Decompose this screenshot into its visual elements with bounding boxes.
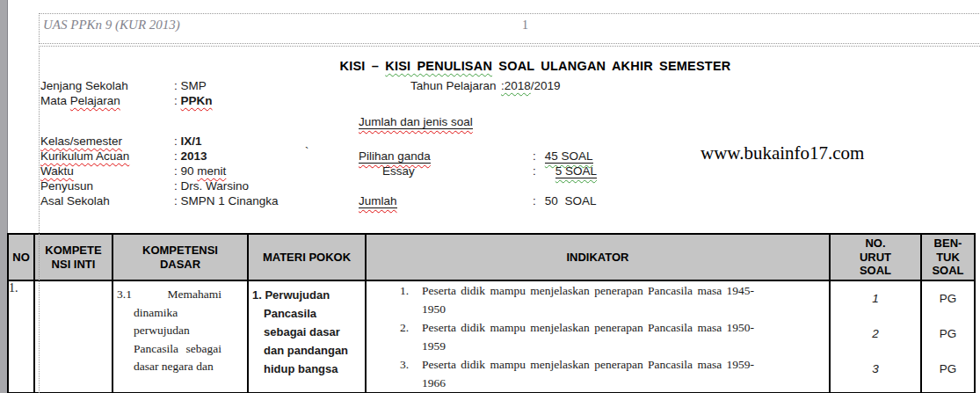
cell-kompetensi-inti <box>34 280 113 393</box>
bentuk-value: PG <box>922 352 974 387</box>
cell-no-urut-soal: 1 2 3 <box>830 280 921 393</box>
kisi-table: NO KOMPETE NSI INTI KOMPETENSI DASAR MAT… <box>7 233 976 393</box>
label-text: Mata <box>40 94 70 107</box>
bentuk-value: PG <box>922 317 974 352</box>
value-jenjang-sekolah: : SMP <box>174 79 207 92</box>
value-text: SMP <box>181 79 207 92</box>
info-row-jenjang: Jenjang Sekolah : SMP Tahun Pelajaran :2… <box>0 79 980 94</box>
value-kurikulum-acuan: : 2013 <box>174 149 207 163</box>
header-doc-label: UAS PPKn 9 (KUR 2013) <box>43 18 180 33</box>
label-kelas-semester: Kelas/semester <box>40 135 122 148</box>
header-page-number: 1 <box>522 18 528 33</box>
colon: : <box>174 194 178 207</box>
label-kurikulum-acuan: Kurikulum Acuan <box>40 149 129 163</box>
value-text: 45 SOAL <box>545 149 593 164</box>
heading-jumlah-jenis-soal: Jumlah dan jenis soal <box>359 115 473 129</box>
bentuk-value: PG <box>922 281 974 317</box>
value-mata-pelajaran: : PPKn <box>174 94 213 107</box>
value-text: PPKn <box>181 94 213 107</box>
col-header-no: NO <box>8 234 34 280</box>
col-header-bentuk-soal: BEN- TUK SOAL <box>921 234 975 280</box>
colon: : <box>533 194 536 207</box>
value-penyusun: : Drs. Warsino <box>174 179 249 193</box>
value-jumlah: :50 SOAL <box>533 194 597 207</box>
value-text-flagged: :2018 <box>501 79 531 92</box>
cell-bentuk-soal: PG PG PG <box>921 280 975 393</box>
col-header-kompetensi-dasar: KOMPETENSI DASAR <box>113 234 248 280</box>
label-asal-sekolah: Asal Sekolah <box>40 194 110 207</box>
col-header-materi-pokok: MATERI POKOK <box>248 234 366 280</box>
title-text: KISI – <box>340 59 386 73</box>
col-header-kompetensi-inti: KOMPETE NSI INTI <box>34 234 113 280</box>
document-page: UAS PPKn 9 (KUR 2013) 1 KISI – KISI PENU… <box>0 0 980 393</box>
info-row-penyusun: Penyusun : Drs. Warsino <box>0 179 980 194</box>
value-kelas-semester: : IX/1 <box>174 135 202 148</box>
cell-indikator: 1.Peserta didik mampu menjelaskan penera… <box>366 280 830 393</box>
indikator-item: 3.Peserta didik mampu menjelaskan penera… <box>367 355 829 392</box>
value-text: 5 SOAL <box>555 164 597 178</box>
materi-pokok-text: 1. Perwujudan Pancasila sebagai dasar da… <box>252 286 350 378</box>
stray-character: ` <box>305 145 309 158</box>
indikator-item: 2.Peserta didik mampu menjelaskan penera… <box>367 318 829 355</box>
value-text-flagged: menit <box>197 164 226 178</box>
no-urut-value: 2 <box>831 317 920 352</box>
info-row-asal-sekolah: Asal Sekolah : SMPN 1 Cinangka Jumlah :5… <box>0 194 980 209</box>
colon: : <box>533 164 536 178</box>
label-jenjang-sekolah: Jenjang Sekolah <box>40 79 128 92</box>
document-title: KISI – KISI PENULISAN SOAL ULANGAN AKHIR… <box>91 59 979 73</box>
no-urut-value: 3 <box>831 352 920 387</box>
value-asal-sekolah: : SMPN 1 Cinangka <box>174 194 279 207</box>
value-text: Drs. Warsino <box>181 179 250 193</box>
kompetensi-dasar-text: 3.1 Memahami dinamika perwujudan Pancasi… <box>117 286 221 376</box>
info-row-mata-pelajaran: Mata Pelajaran : PPKn <box>0 94 980 109</box>
label-penyusun: Penyusun <box>40 179 93 193</box>
indikator-item-text: Peserta didik mampu menjelaskan penerapa… <box>422 355 773 392</box>
table-header-row: NO KOMPETE NSI INTI KOMPETENSI DASAR MAT… <box>8 234 975 280</box>
value-text: 50 SOAL <box>545 194 597 207</box>
text-boundary-left <box>39 46 40 393</box>
text-boundary-top <box>39 46 980 47</box>
col-header-no-urut-soal: NO. URUT SOAL <box>830 234 921 280</box>
value-waktu: : 90 menit <box>174 164 226 178</box>
value-text: SMPN 1 Cinangka <box>181 194 279 207</box>
value-text: /2019 <box>531 79 561 92</box>
value-text: 2013 <box>181 149 207 163</box>
info-row-jumlah-heading: Jumlah dan jenis soal <box>0 115 980 130</box>
label-text-flagged: Pelajaran <box>70 94 120 107</box>
watermark-url: www.bukainfo17.com <box>701 142 864 164</box>
indikator-item-number: 3. <box>400 355 422 374</box>
label-pilihan-ganda: Pilihan ganda <box>359 149 431 164</box>
value-text: 90 <box>181 164 198 178</box>
colon: : <box>174 135 178 148</box>
no-urut-value: 1 <box>831 281 920 317</box>
colon: : <box>533 149 536 163</box>
colon: : <box>174 94 178 107</box>
info-row-waktu: Waktu : 90 menit Essay :5 SOAL <box>0 164 980 179</box>
colon: : <box>174 79 178 92</box>
cell-materi-pokok: 1. Perwujudan Pancasila sebagai dasar da… <box>248 280 366 393</box>
label-jumlah: Jumlah <box>359 194 397 208</box>
table-row: 1. 3.1 Memahami dinamika perwujudan Panc… <box>8 280 975 393</box>
cell-no: 1. <box>8 280 34 393</box>
indikator-item-text: Peserta didik mampu menjelaskan penerapa… <box>422 318 773 355</box>
label-waktu: Waktu <box>40 164 74 178</box>
label-tahun-pelajaran: Tahun Pelajaran <box>410 79 497 92</box>
indikator-item-text: Peserta didik mampu menjelaskan penerapa… <box>422 281 773 318</box>
cell-kompetensi-dasar: 3.1 Memahami dinamika perwujudan Pancasi… <box>113 280 248 393</box>
value-pilihan-ganda: :45 SOAL <box>533 149 593 163</box>
kisi-table-wrapper: NO KOMPETE NSI INTI KOMPETENSI DASAR MAT… <box>7 233 976 393</box>
col-header-indikator: INDIKATOR <box>366 234 830 280</box>
colon: : <box>174 179 178 193</box>
title-text-rest: SOAL ULANGAN AKHIR SEMESTER <box>492 59 730 73</box>
indikator-item: 1.Peserta didik mampu menjelaskan penera… <box>367 281 829 318</box>
value-tahun-pelajaran: :2018/2019 <box>501 79 561 92</box>
indikator-item-number: 1. <box>400 281 422 300</box>
colon: : <box>174 149 178 163</box>
label-essay: Essay <box>382 164 415 178</box>
colon: : <box>174 164 178 178</box>
page-header: UAS PPKn 9 (KUR 2013) 1 <box>39 13 980 44</box>
value-text: IX/1 <box>181 135 202 148</box>
indikator-item-number: 2. <box>400 318 422 337</box>
label-mata-pelajaran: Mata Pelajaran <box>40 94 120 107</box>
title-text-flagged: KISI PENULISAN <box>385 59 492 73</box>
